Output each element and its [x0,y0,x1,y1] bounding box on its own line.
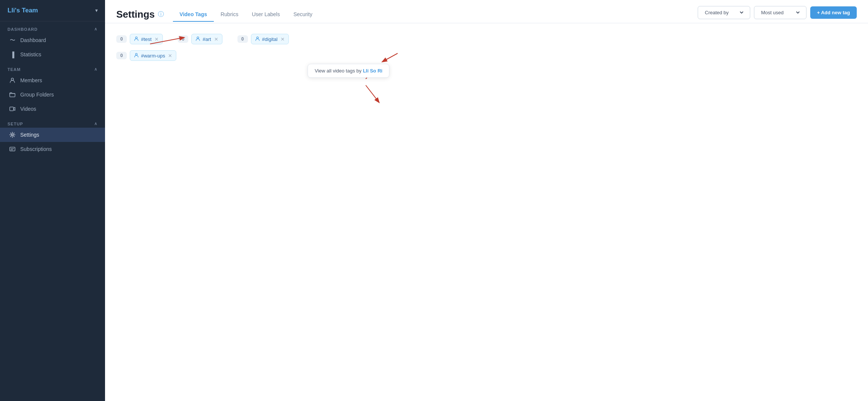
add-tag-label: + Add new tag [817,10,850,15]
team-selector[interactable]: Lli's Team ▾ [0,0,105,21]
tooltip-popup: View all video tags by Lli So Ri [308,64,389,78]
team-chevron-icon: ▾ [95,8,98,13]
tag-item-test: 0 #test ✕ [116,34,163,44]
sidebar-item-group-folders[interactable]: Group Folders [0,87,105,102]
tag-badge-art: #art ✕ [191,34,222,44]
section-setup: SETUP ∧ [0,116,105,128]
tags-row-2: 0 #warm-ups ✕ [116,50,857,61]
team-name: Lli's Team [8,7,38,14]
sidebar-item-subscriptions[interactable]: Subscriptions [0,142,105,156]
tag-count-digital: 0 [237,35,248,43]
members-icon [9,77,16,84]
sidebar-item-group-folders-label: Group Folders [20,92,54,98]
section-setup-chevron-icon: ∧ [94,121,98,126]
sidebar-item-members[interactable]: Members [0,73,105,87]
svg-point-8 [135,53,137,55]
tags-row-1: 0 #test ✕ 0 [116,34,857,44]
sidebar-item-settings[interactable]: Settings [0,128,105,142]
tooltip-link[interactable]: Lli So Ri [363,68,382,74]
svg-point-6 [197,37,199,39]
main-content: Settings ⓘ Video Tags Rubrics User Label… [105,0,868,401]
sidebar-item-dashboard[interactable]: 〜 Dashboard [0,33,105,47]
svg-line-12 [366,85,379,102]
sidebar-item-subscriptions-label: Subscriptions [20,146,52,152]
tab-video-tags[interactable]: Video Tags [173,8,214,22]
svg-point-0 [11,78,14,80]
svg-rect-1 [10,93,15,97]
sidebar-item-statistics[interactable]: ▐ Statistics [0,47,105,62]
svg-rect-2 [10,107,14,111]
section-dashboard-label: DASHBOARD [8,27,38,32]
person-icon-warm-ups [134,53,139,59]
tag-item-warm-ups: 0 #warm-ups ✕ [116,50,176,61]
person-icon-digital [255,36,260,42]
tab-security[interactable]: Security [287,8,319,22]
tags-area: 0 #test ✕ 0 [116,34,857,61]
tag-count-art: 0 [178,35,188,43]
tag-close-art[interactable]: ✕ [214,36,218,42]
tag-label-digital: #digital [262,36,278,42]
person-icon-art [195,36,200,42]
svg-point-3 [12,134,14,136]
videos-icon [9,106,16,112]
section-team-label: TEAM [8,67,21,72]
svg-point-7 [257,37,258,39]
tag-label-warm-ups: #warm-ups [141,53,165,59]
content-area: 0 #test ✕ 0 [105,23,868,401]
most-used-select[interactable]: Most used Least used Alphabetical [760,9,801,16]
tag-item-art: 0 #art ✕ [178,34,222,44]
tag-close-warm-ups[interactable]: ✕ [168,53,172,59]
created-by-select[interactable]: Created by All users [703,9,745,16]
statistics-icon: ▐ [9,51,16,58]
section-team-chevron-icon: ∧ [94,67,98,72]
group-folders-icon [9,91,16,98]
person-icon-test [134,36,139,42]
add-new-tag-button[interactable]: + Add new tag [810,6,857,19]
tooltip-text-before: View all video tags by [315,68,363,74]
created-by-dropdown[interactable]: Created by All users [698,6,750,19]
tag-item-digital: 0 #digital ✕ [237,34,289,44]
section-setup-label: SETUP [8,122,23,126]
settings-tabs: Video Tags Rubrics User Labels Security [173,8,319,22]
sidebar-item-dashboard-label: Dashboard [20,37,46,43]
tag-close-digital[interactable]: ✕ [281,36,285,42]
tag-badge-test: #test ✕ [130,34,163,44]
sidebar-item-videos[interactable]: Videos [0,102,105,116]
info-icon[interactable]: ⓘ [158,11,164,18]
arrows-overlay [105,23,868,401]
sidebar-item-statistics-label: Statistics [20,51,41,57]
sidebar-item-settings-label: Settings [20,132,39,138]
tag-badge-warm-ups: #warm-ups ✕ [130,50,176,61]
tag-badge-digital: #digital ✕ [251,34,289,44]
tag-label-test: #test [141,36,152,42]
section-dashboard: DASHBOARD ∧ [0,21,105,33]
svg-point-5 [135,37,137,39]
tab-user-labels[interactable]: User Labels [245,8,287,22]
header-controls: Created by All users Most used Least use… [698,6,857,23]
sidebar: Lli's Team ▾ DASHBOARD ∧ 〜 Dashboard ▐ S… [0,0,105,401]
tag-label-art: #art [203,36,211,42]
tag-count-warm-ups: 0 [116,52,127,59]
tag-close-test[interactable]: ✕ [155,36,159,42]
tab-rubrics[interactable]: Rubrics [214,8,245,22]
page-header: Settings ⓘ Video Tags Rubrics User Label… [105,0,868,23]
dashboard-icon: 〜 [9,37,16,44]
sidebar-item-videos-label: Videos [20,106,36,112]
sidebar-item-members-label: Members [20,77,42,83]
tag-count-test: 0 [116,35,127,43]
gear-icon [9,131,16,138]
section-team: TEAM ∧ [0,62,105,73]
page-title: Settings [116,9,155,20]
svg-rect-4 [10,147,15,151]
most-used-dropdown[interactable]: Most used Least used Alphabetical [754,6,806,19]
section-dashboard-chevron-icon: ∧ [94,27,98,32]
subscriptions-icon [9,146,16,152]
